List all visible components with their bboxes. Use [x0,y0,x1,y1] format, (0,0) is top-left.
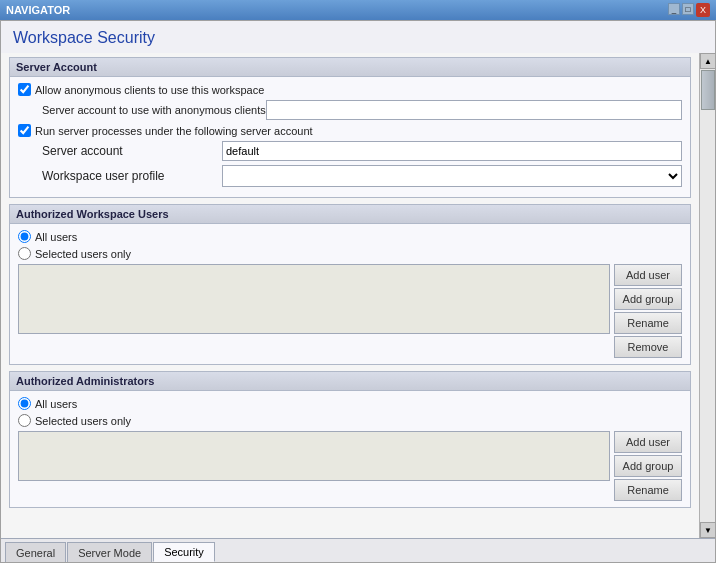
admin-add-user-button[interactable]: Add user [614,431,682,453]
run-server-processes-label: Run server processes under the following… [35,125,313,137]
workspace-user-profile-row: Workspace user profile [18,165,682,187]
server-account-input[interactable] [222,141,682,161]
tab-security[interactable]: Security [153,542,215,562]
workspace-user-profile-select[interactable] [222,165,682,187]
allow-anonymous-row: Allow anonymous clients to use this work… [18,83,682,96]
workspace-users-buttons: Add user Add group Rename Remove [614,264,682,358]
page-title: Workspace Security [13,29,703,47]
admin-selected-users-label: Selected users only [35,415,131,427]
page-header: Workspace Security [1,21,715,53]
title-bar-controls: _ □ X [668,3,710,17]
anonymous-account-input[interactable] [266,100,682,120]
tab-server-mode-label: Server Mode [78,547,141,559]
admin-users-list [18,431,610,481]
run-server-processes-row: Run server processes under the following… [18,124,682,137]
workspace-user-profile-label: Workspace user profile [42,169,222,183]
tab-bar: General Server Mode Security [1,538,715,562]
authorized-administrators-body: All users Selected users only Add user A… [10,391,690,507]
admin-selected-users-row: Selected users only [18,414,682,427]
workspace-all-users-label: All users [35,231,77,243]
workspace-selected-users-label: Selected users only [35,248,131,260]
authorized-workspace-users-header: Authorized Workspace Users [10,205,690,224]
workspace-remove-button[interactable]: Remove [614,336,682,358]
admin-all-users-label: All users [35,398,77,410]
authorized-administrators-header: Authorized Administrators [10,372,690,391]
server-account-header: Server Account [10,58,690,77]
workspace-add-user-button[interactable]: Add user [614,264,682,286]
workspace-users-area: Add user Add group Rename Remove [18,264,682,358]
content-area: Server Account Allow anonymous clients t… [1,53,715,538]
server-account-row: Server account [18,141,682,161]
admin-all-users-radio[interactable] [18,397,31,410]
close-button[interactable]: X [696,3,710,17]
scrollbar-thumb[interactable] [701,70,715,110]
allow-anonymous-label: Allow anonymous clients to use this work… [35,84,264,96]
workspace-rename-button[interactable]: Rename [614,312,682,334]
workspace-add-group-button[interactable]: Add group [614,288,682,310]
server-account-section: Server Account Allow anonymous clients t… [9,57,691,198]
run-server-processes-checkbox[interactable] [18,124,31,137]
scrollbar-up-button[interactable]: ▲ [700,53,715,69]
tab-security-label: Security [164,546,204,558]
anonymous-account-row: Server account to use with anonymous cli… [18,100,682,120]
admin-all-users-row: All users [18,397,682,410]
minimize-button[interactable]: _ [668,3,680,15]
allow-anonymous-checkbox[interactable] [18,83,31,96]
maximize-button[interactable]: □ [682,3,694,15]
server-account-body: Allow anonymous clients to use this work… [10,77,690,197]
workspace-selected-users-row: Selected users only [18,247,682,260]
authorized-workspace-users-section: Authorized Workspace Users All users Sel… [9,204,691,365]
server-account-label: Server account [42,144,222,158]
tab-server-mode[interactable]: Server Mode [67,542,152,562]
tab-general[interactable]: General [5,542,66,562]
workspace-all-users-radio[interactable] [18,230,31,243]
tab-general-label: General [16,547,55,559]
admin-users-area: Add user Add group Rename [18,431,682,501]
admin-selected-users-radio[interactable] [18,414,31,427]
scrollbar[interactable]: ▲ ▼ [699,53,715,538]
anonymous-account-label: Server account to use with anonymous cli… [18,104,266,116]
main-window: Workspace Security Server Account Allow … [0,20,716,563]
authorized-administrators-section: Authorized Administrators All users Sele… [9,371,691,508]
admin-rename-button[interactable]: Rename [614,479,682,501]
authorized-workspace-users-body: All users Selected users only Add user A… [10,224,690,364]
scrollbar-down-button[interactable]: ▼ [700,522,715,538]
workspace-users-list [18,264,610,334]
workspace-selected-users-radio[interactable] [18,247,31,260]
workspace-all-users-row: All users [18,230,682,243]
admin-add-group-button[interactable]: Add group [614,455,682,477]
title-bar-text: NAVIGATOR [6,4,668,16]
title-bar: NAVIGATOR _ □ X [0,0,716,20]
admin-users-buttons: Add user Add group Rename [614,431,682,501]
scrollbar-track [700,69,715,522]
